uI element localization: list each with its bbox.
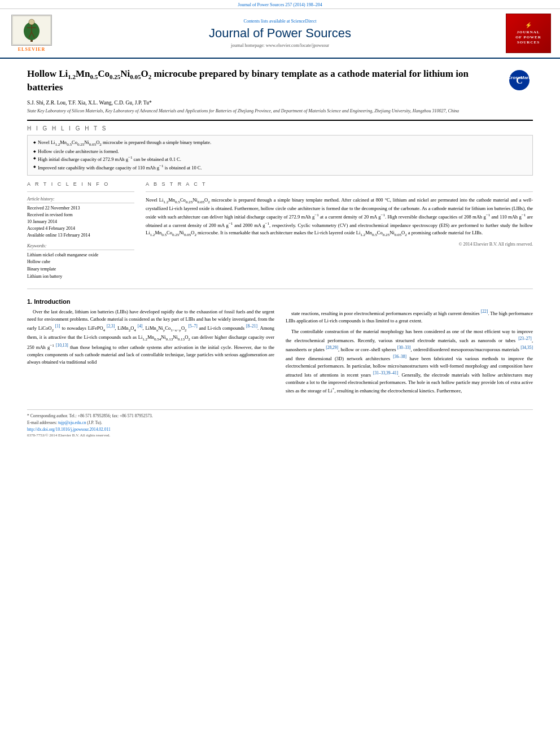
elsevier-label: ELSEVIER: [18, 47, 45, 52]
crossmark-logo: C CrossMark: [509, 70, 533, 90]
science-direct-text: Contents lists available at ScienceDirec…: [244, 19, 317, 24]
journal-logo-text: ⚡ JOURNALOF POWERSOURCES: [515, 21, 541, 45]
elsevier-tree-logo: [11, 15, 52, 46]
intro-right-col: state reactions, resulting in poor elect…: [286, 308, 533, 399]
email-person: (J.P. Tu).: [87, 420, 102, 425]
intro-para-right-1: state reactions, resulting in poor elect…: [286, 308, 533, 325]
journal-title-block: Contents lists available at ScienceDirec…: [54, 19, 506, 48]
footnote-doi: http://dx.doi.org/10.1016/j.jpowsour.201…: [27, 427, 533, 432]
top-bar: Journal of Power Sources 257 (2014) 198–…: [0, 0, 560, 9]
divider-body: [27, 289, 533, 289]
keywords-header: Keywords:: [27, 243, 134, 250]
corresponding-text: * Corresponding author. Tel.: +86 571 87…: [27, 413, 153, 418]
article-footer: * Corresponding author. Tel.: +86 571 87…: [27, 409, 533, 438]
received-revised-label: Received in revised form: [27, 212, 134, 219]
highlights-box: Novel Li1.2Mn0.5Co0.25Ni0.05O2 microcube…: [27, 135, 533, 175]
footnote-corresponding: * Corresponding author. Tel.: +86 571 87…: [27, 413, 533, 418]
keyword-2: Hollow cube: [27, 259, 134, 266]
article-info-header: A R T I C L E I N F O: [27, 181, 134, 187]
abstract-text: Novel Li1.2Mn0.5Co0.25Ni0.05O2 microcube…: [146, 196, 533, 238]
highlights-header: H I G H L I G H T S: [27, 125, 533, 132]
journal-citation: Journal of Power Sources 257 (2014) 198–…: [238, 2, 322, 7]
intro-body: Over the last decade, lithium ion batter…: [27, 308, 533, 399]
issn-line: 0378-7753/© 2014 Elsevier B.V. All right…: [27, 433, 533, 438]
journal-header: ELSEVIER Contents lists available at Sci…: [0, 9, 560, 59]
highlight-item-1: Novel Li1.2Mn0.5Co0.25Ni0.05O2 microcube…: [33, 139, 527, 147]
copyright-line: © 2014 Elsevier B.V. All rights reserved…: [146, 242, 533, 247]
highlight-item-2: Hollow circle cube architecture is forme…: [33, 148, 527, 155]
journal-homepage: journal homepage: www.elsevier.com/locat…: [54, 43, 506, 48]
available-date: Available online 13 February 2014: [27, 232, 134, 239]
abstract-header: A B S T R A C T: [146, 181, 533, 187]
intro-para-right-2: The controllable construction of the mat…: [286, 328, 533, 395]
main-content: Hollow Li1.2Mn0.5Co0.25Ni0.05O2 microcub…: [0, 59, 560, 447]
email-label: E-mail addresses:: [27, 420, 57, 425]
keyword-3: Binary template: [27, 266, 134, 273]
footnote-email: E-mail addresses: tujp@zju.edu.cn (J.P. …: [27, 420, 533, 425]
journal-logo-right: ⚡ JOURNALOF POWERSOURCES: [506, 14, 551, 53]
crossmark-icon: C CrossMark: [509, 70, 530, 90]
highlight-item-4: Improved rate capability with discharge …: [33, 163, 527, 172]
intro-para-1: Over the last decade, lithium ion batter…: [27, 308, 274, 366]
section-title-text: Introduction: [34, 298, 70, 305]
intro-left-col: Over the last decade, lithium ion batter…: [27, 308, 274, 399]
accepted-date: Accepted 4 February 2014: [27, 225, 134, 232]
received-date: Received 22 November 2013: [27, 205, 134, 212]
svg-point-3: [29, 19, 34, 25]
science-direct-link[interactable]: Contents lists available at ScienceDirec…: [54, 19, 506, 24]
abstract-col: A B S T R A C T Novel Li1.2Mn0.5Co0.25Ni…: [146, 181, 533, 281]
revised-date: 10 January 2014: [27, 219, 134, 225]
section-number: 1.: [27, 298, 34, 305]
authors: S.J. Shi, Z.R. Lou, T.F. Xia, X.L. Wang,…: [27, 100, 533, 106]
article-info-abstract: A R T I C L E I N F O Article history: R…: [27, 181, 533, 281]
divider-abstract-top: [146, 191, 533, 192]
keyword-1: Lithium nickel cobalt manganese oxide: [27, 252, 134, 259]
highlight-item-3: High initial discharge capacity of 272.9…: [33, 155, 527, 163]
svg-text:CrossMark: CrossMark: [509, 75, 530, 80]
keyword-4: Lithium ion battery: [27, 273, 134, 281]
affiliation: State Key Laboratory of Silicon Material…: [27, 108, 533, 114]
article-info-col: A R T I C L E I N F O Article history: R…: [27, 181, 134, 281]
divider-info-top: [27, 191, 134, 192]
journal-main-title: Journal of Power Sources: [54, 26, 506, 41]
article-title-section: Hollow Li1.2Mn0.5Co0.25Ni0.05O2 microcub…: [27, 68, 533, 94]
introduction-section: 1. Introduction Over the last decade, li…: [27, 298, 533, 399]
article-title: Hollow Li1.2Mn0.5Co0.25Ni0.05O2 microcub…: [27, 68, 502, 94]
article-history-label: Article history:: [27, 196, 134, 203]
doi-link[interactable]: http://dx.doi.org/10.1016/j.jpowsour.201…: [27, 427, 111, 432]
elsevier-logo-block: ELSEVIER: [9, 15, 54, 52]
section-title: 1. Introduction: [27, 298, 533, 305]
divider-top: [27, 120, 533, 121]
email-link[interactable]: tujp@zju.edu.cn: [58, 420, 86, 425]
